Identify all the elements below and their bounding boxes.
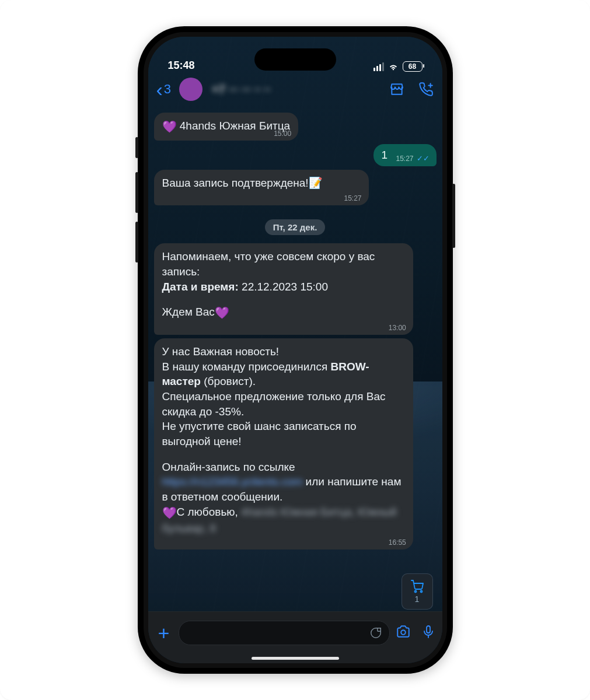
message-line: Дата и время: 22.12.2023 15:00: [162, 279, 405, 295]
composer-bar: +: [148, 611, 442, 663]
heart-icon: 💜: [162, 120, 177, 133]
message-line: Не упустите свой шанс записаться по выго…: [162, 419, 405, 449]
message-in[interactable]: Напоминаем, что уже совсем скоро у вас з…: [154, 243, 437, 335]
camera-icon: [396, 624, 411, 639]
svg-point-1: [420, 591, 422, 593]
message-line: В нашу команду присоединился BROW-мастер…: [162, 359, 405, 389]
message-out[interactable]: 1 15:27✓✓: [154, 144, 437, 166]
battery-indicator: 68: [403, 61, 423, 72]
cart-button[interactable]: 1: [402, 573, 433, 610]
message-time: 15:27✓✓: [396, 153, 429, 164]
camera-button[interactable]: [396, 624, 411, 642]
message-time: 16:55: [389, 538, 406, 547]
message-time: 15:27: [344, 194, 361, 203]
cellular-icon: [373, 62, 384, 71]
message-time: 15:00: [274, 129, 291, 138]
date-separator: Пт, 22 дек.: [154, 219, 437, 235]
chat-header: ‹ 3 +7 ··· ··· ·· ··: [148, 73, 442, 106]
cart-icon: [410, 579, 424, 593]
status-bar: 15:48 68: [148, 37, 442, 73]
read-checks-icon: ✓✓: [417, 154, 430, 163]
mic-icon: [421, 624, 435, 639]
contact-name[interactable]: +7 ··· ··· ·· ··: [212, 83, 383, 96]
memo-icon: 📝: [309, 177, 323, 189]
message-in[interactable]: Ваша запись подтверждена!📝 15:27: [154, 170, 437, 206]
phone-frame: 15:48 68 ‹ 3 +7 ··· ··· ·· ··: [138, 26, 453, 674]
message-line: Напоминаем, что уже совсем скоро у вас з…: [162, 249, 405, 279]
message-in[interactable]: У нас Важная новость! В нашу команду при…: [154, 338, 437, 550]
message-line: У нас Важная новость!: [162, 344, 405, 359]
sticker-icon[interactable]: [369, 626, 382, 639]
message-input[interactable]: [179, 621, 390, 645]
message-line: Ждем Вас💜: [162, 304, 405, 321]
home-indicator[interactable]: [252, 657, 339, 660]
back-badge-count: 3: [164, 82, 171, 97]
message-text: 1: [382, 149, 388, 161]
wifi-icon: [388, 62, 399, 71]
silent-switch: [135, 137, 138, 158]
message-line: Онлайн-запись по ссылке https://n123456.…: [162, 460, 405, 505]
mic-button[interactable]: [421, 624, 435, 642]
call-add-icon[interactable]: [418, 81, 434, 97]
cart-count: 1: [415, 594, 420, 604]
contact-avatar[interactable]: [179, 78, 203, 101]
message-line: 💜С любовью, 4hands Южная Битца, Южный бу…: [162, 505, 405, 536]
svg-point-0: [414, 591, 416, 593]
svg-point-2: [401, 630, 406, 635]
message-time: 13:00: [389, 323, 406, 332]
back-button[interactable]: ‹ 3: [156, 79, 172, 99]
power-button: [452, 184, 455, 248]
attach-button[interactable]: +: [155, 622, 173, 645]
message-in[interactable]: 💜 4hands Южная Битца 15:00: [154, 113, 437, 141]
volume-up-button: [135, 172, 138, 213]
messages-list[interactable]: 💜 4hands Южная Битца 15:00 1 15:27✓✓ Ваш…: [148, 106, 442, 626]
message-line: Специальное предложение только для Вас с…: [162, 389, 405, 419]
blurred-link[interactable]: https://n123456.yclients.com: [162, 475, 303, 488]
shop-icon[interactable]: [389, 81, 405, 97]
message-text: Ваша запись подтверждена!: [162, 177, 309, 189]
volume-down-button: [135, 222, 138, 262]
status-time: 15:48: [168, 60, 195, 72]
svg-rect-3: [427, 626, 430, 633]
chevron-left-icon: ‹: [156, 79, 163, 99]
